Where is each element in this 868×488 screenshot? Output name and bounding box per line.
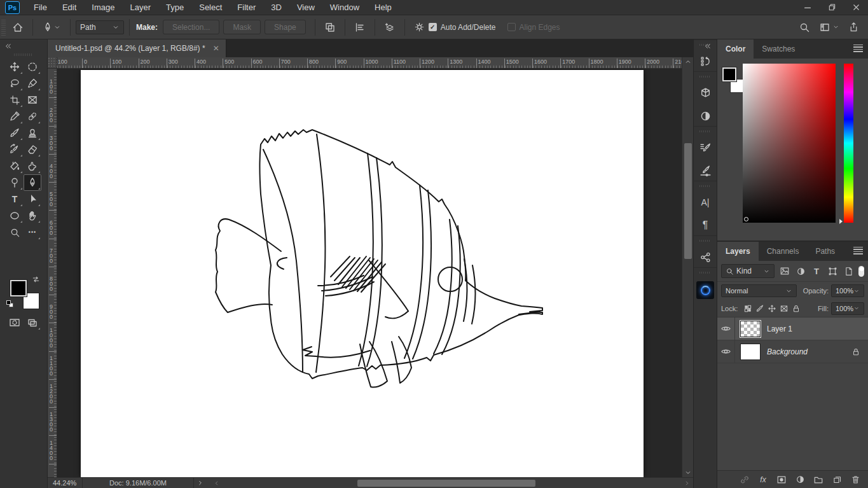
- close-button[interactable]: [844, 0, 868, 15]
- layer-thumbnail[interactable]: [740, 344, 761, 360]
- tool-history-brush[interactable]: [6, 141, 24, 158]
- tab-color[interactable]: Color: [717, 39, 754, 59]
- lock-artboard-icon[interactable]: [778, 303, 790, 314]
- pen-options-gear-button[interactable]: [410, 20, 429, 34]
- foreground-color-swatch[interactable]: [722, 67, 736, 81]
- tool-move[interactable]: [6, 59, 24, 75]
- tool-crop[interactable]: [6, 92, 24, 108]
- tool-spot-healing[interactable]: [24, 108, 41, 125]
- menu-file[interactable]: File: [26, 0, 55, 15]
- opacity-select[interactable]: 100%: [831, 284, 864, 297]
- menu-image[interactable]: Image: [84, 0, 122, 15]
- new-adjustment-layer-button[interactable]: [794, 474, 806, 485]
- tool-eraser[interactable]: [24, 141, 41, 158]
- make-shape-button[interactable]: Shape: [265, 20, 306, 34]
- link-layers-button[interactable]: [738, 474, 751, 485]
- saturation-brightness-field[interactable]: [743, 64, 836, 223]
- document-tab[interactable]: Untitled-1.psd @ 44.2% (Layer 1, RGB/8#)…: [48, 39, 226, 57]
- menu-window[interactable]: Window: [322, 0, 367, 15]
- doc-size-status[interactable]: Doc: 9.16M/6.00M: [82, 478, 194, 488]
- path-alignment-button[interactable]: [350, 20, 369, 35]
- path-operations-button[interactable]: [320, 20, 340, 35]
- hue-slider-marker[interactable]: [839, 219, 843, 224]
- menu-type[interactable]: Type: [158, 0, 191, 15]
- make-mask-button[interactable]: Mask: [223, 20, 261, 34]
- auto-add-delete-checkbox[interactable]: ✓: [429, 23, 437, 31]
- menu-select[interactable]: Select: [191, 0, 230, 15]
- lock-image-pixels-icon[interactable]: [754, 303, 766, 314]
- document-canvas[interactable]: [81, 70, 644, 477]
- horizontal-scroll-thumb[interactable]: [357, 480, 535, 487]
- expand-panels-button[interactable]: [703, 42, 712, 50]
- filter-pixel-layers-icon[interactable]: [779, 265, 790, 277]
- vertical-scroll-thumb[interactable]: [684, 143, 692, 259]
- minimize-button[interactable]: [796, 0, 820, 15]
- vertical-ruler[interactable]: 1 0 02 0 03 0 04 0 05 0 06 0 07 0 08 0 0…: [48, 69, 57, 477]
- tool-clone-stamp[interactable]: [24, 125, 41, 141]
- tab-layers[interactable]: Layers: [717, 242, 759, 261]
- layer-styles-button[interactable]: fx: [757, 474, 769, 485]
- layer-thumbnail[interactable]: [740, 321, 761, 337]
- layer-filter-kind-select[interactable]: Kind: [721, 264, 775, 278]
- toolbar-grip[interactable]: [14, 53, 33, 56]
- layer-row-background[interactable]: Background: [717, 340, 868, 363]
- paragraph-panel-icon[interactable]: ¶: [698, 218, 713, 233]
- glyphs-panel-icon[interactable]: [698, 249, 713, 265]
- tool-brush[interactable]: [6, 125, 24, 141]
- ruler-corner[interactable]: [48, 57, 57, 69]
- tool-path-selection[interactable]: [24, 191, 41, 207]
- new-layer-button[interactable]: [830, 474, 843, 485]
- lock-position-icon[interactable]: [766, 303, 778, 314]
- tool-pen[interactable]: [24, 174, 41, 191]
- tool-selection-brush[interactable]: [24, 75, 41, 92]
- screen-mode-button[interactable]: [24, 314, 41, 331]
- tool-more-ellipsis[interactable]: •••: [24, 224, 41, 241]
- menu-3d[interactable]: 3D: [263, 0, 289, 15]
- home-button[interactable]: [8, 20, 27, 35]
- fill-select[interactable]: 100%: [831, 302, 864, 315]
- scroll-down-arrow[interactable]: [682, 468, 694, 477]
- tool-hand[interactable]: [24, 207, 41, 224]
- collapse-toolbar-button[interactable]: [4, 42, 12, 50]
- tab-swatches[interactable]: Swatches: [754, 39, 803, 59]
- blend-mode-select[interactable]: Normal: [721, 284, 797, 297]
- filter-smart-objects-icon[interactable]: [843, 265, 854, 277]
- horizontal-ruler[interactable]: -100010020030040050060070080090010001100…: [57, 57, 682, 69]
- properties-panel-icon[interactable]: [698, 85, 713, 101]
- restore-button[interactable]: [820, 0, 844, 15]
- vertical-scrollbar[interactable]: [682, 57, 693, 477]
- status-options-chevron[interactable]: [196, 479, 204, 487]
- layer-name[interactable]: Background: [767, 347, 808, 356]
- lock-transparent-pixels-icon[interactable]: [741, 303, 754, 314]
- horizontal-scrollbar[interactable]: [210, 478, 680, 488]
- new-group-button[interactable]: [812, 474, 825, 485]
- tool-smudge[interactable]: [24, 158, 41, 174]
- close-document-icon[interactable]: ✕: [213, 44, 219, 53]
- tab-paths[interactable]: Paths: [807, 242, 843, 261]
- tool-paint-bucket[interactable]: [6, 158, 24, 174]
- pasteboard[interactable]: [57, 69, 682, 477]
- zoom-level-field[interactable]: 44.24%: [53, 479, 78, 487]
- layer-visibility-toggle[interactable]: [717, 317, 735, 340]
- plugin-panel-icon[interactable]: [696, 281, 714, 299]
- color-picker-marker[interactable]: [744, 217, 748, 221]
- photoshop-logo[interactable]: Ps: [5, 1, 20, 14]
- tool-frame[interactable]: [24, 92, 41, 108]
- tab-channels[interactable]: Channels: [759, 242, 808, 261]
- foreground-color-swatch[interactable]: [10, 280, 27, 296]
- workspace-switcher[interactable]: [819, 22, 839, 33]
- adjustments-panel-icon[interactable]: [698, 108, 713, 123]
- options-grip[interactable]: [1, 19, 6, 36]
- filter-shape-layers-icon[interactable]: [827, 265, 838, 277]
- menu-help[interactable]: Help: [367, 0, 399, 15]
- layers-panel-menu-icon[interactable]: [853, 247, 863, 254]
- tool-lasso[interactable]: [6, 75, 24, 92]
- character-panel-icon[interactable]: A|: [698, 195, 713, 210]
- menu-view[interactable]: View: [289, 0, 322, 15]
- lock-all-icon[interactable]: [790, 303, 802, 314]
- filter-type-layers-icon[interactable]: T: [811, 265, 822, 277]
- color-panel-menu-icon[interactable]: [853, 45, 863, 52]
- path-arrangement-button[interactable]: [380, 20, 399, 35]
- tool-type[interactable]: T: [6, 191, 24, 207]
- default-colors-icon[interactable]: [6, 300, 13, 307]
